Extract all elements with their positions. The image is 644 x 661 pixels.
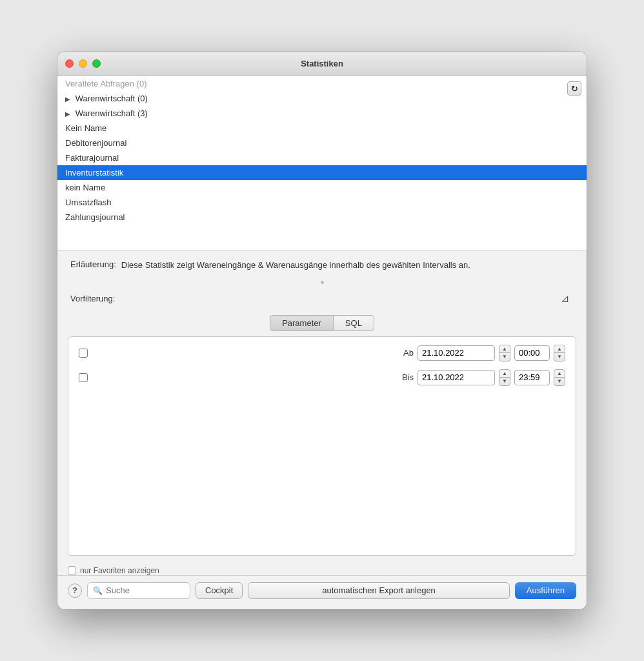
param-row-bis: Bis 21.10.2022 ▲ ▼ 23:59 ▲ ▼ bbox=[79, 369, 565, 386]
time-spinner-ab[interactable]: ▲ ▼ bbox=[554, 345, 565, 361]
filter-icon[interactable]: ⊿ bbox=[556, 292, 574, 306]
list-item-label: Debitorenjournal bbox=[65, 138, 126, 148]
spin-up-bis[interactable]: ▲ bbox=[499, 370, 510, 378]
divider-dot bbox=[321, 281, 324, 284]
param-row-ab: Ab 21.10.2022 ▲ ▼ 00:00 ▲ ▼ bbox=[79, 345, 565, 361]
filter-section: Vorfilterung: ⊿ bbox=[57, 289, 587, 311]
date-input-ab[interactable]: 21.10.2022 bbox=[418, 345, 495, 361]
divider bbox=[57, 278, 587, 289]
list-item[interactable]: Zahlungsjournal bbox=[57, 210, 587, 225]
time-spin-up-bis[interactable]: ▲ bbox=[554, 370, 565, 378]
list-item[interactable]: Fakturajournal bbox=[57, 150, 587, 165]
list-item[interactable]: kein Name bbox=[57, 180, 587, 195]
favorites-checkbox[interactable] bbox=[68, 566, 76, 575]
param-row-ab-inner: Ab 21.10.2022 ▲ ▼ 00:00 ▲ ▼ bbox=[79, 345, 565, 361]
spin-up-ab[interactable]: ▲ bbox=[499, 345, 510, 353]
date-spinner-ab[interactable]: ▲ ▼ bbox=[499, 345, 510, 361]
list-item[interactable]: Umsatzflash bbox=[57, 195, 587, 210]
list-item[interactable]: ▶ Warenwirtschaft (3) bbox=[57, 106, 587, 121]
time-value-bis: 23:59 bbox=[519, 372, 540, 382]
maximize-button[interactable] bbox=[92, 59, 101, 68]
param-row-bis-inner: Bis 21.10.2022 ▲ ▼ 23:59 ▲ ▼ bbox=[79, 369, 565, 386]
param-checkbox-ab[interactable] bbox=[79, 349, 88, 358]
tab-parameter[interactable]: Parameter bbox=[270, 315, 333, 331]
spin-down-bis[interactable]: ▼ bbox=[499, 378, 510, 385]
list-item-label: kein Name bbox=[65, 183, 105, 192]
search-input[interactable] bbox=[106, 585, 185, 595]
favorites-label: nur Favoriten anzeigen bbox=[80, 566, 159, 575]
arrow-icon: ▶ bbox=[65, 110, 70, 117]
list-item[interactable]: Debitorenjournal bbox=[57, 136, 587, 150]
list-item-label: Kein Name bbox=[65, 123, 106, 133]
param-label-ab: Ab bbox=[403, 348, 414, 358]
description-label: Erläuterung: bbox=[70, 259, 116, 269]
favorites-row: nur Favoriten anzeigen bbox=[57, 561, 587, 575]
filter-label: Vorfilterung: bbox=[70, 294, 115, 303]
list-item-label: Warenwirtschaft (0) bbox=[75, 94, 148, 103]
main-window: Statistiken ↻ Veraltete Abfragen (0) ▶ W… bbox=[57, 52, 587, 609]
list-item-label: Veraltete Abfragen (0) bbox=[65, 79, 146, 88]
list-item[interactable]: Kein Name bbox=[57, 121, 587, 136]
statistics-list-section: ↻ Veraltete Abfragen (0) ▶ Warenwirtscha… bbox=[57, 76, 587, 250]
time-input-bis[interactable]: 23:59 bbox=[514, 370, 550, 385]
search-field[interactable]: 🔍 bbox=[87, 582, 190, 599]
param-checkbox-bis[interactable] bbox=[79, 373, 88, 382]
search-icon: 🔍 bbox=[93, 586, 103, 595]
list-item-label: Fakturajournal bbox=[65, 153, 119, 163]
date-value-ab: 21.10.2022 bbox=[422, 348, 464, 358]
run-button[interactable]: Ausführen bbox=[515, 582, 576, 599]
tab-sql[interactable]: SQL bbox=[333, 315, 374, 331]
help-button[interactable]: ? bbox=[68, 584, 82, 598]
description-section: Erläuterung: Diese Statistik zeigt Waren… bbox=[57, 250, 587, 278]
refresh-button[interactable]: ↻ bbox=[567, 81, 581, 96]
parameters-panel: Ab 21.10.2022 ▲ ▼ 00:00 ▲ ▼ bbox=[68, 336, 576, 556]
export-button[interactable]: automatischen Export anlegen bbox=[248, 582, 509, 599]
spin-down-ab[interactable]: ▼ bbox=[499, 353, 510, 361]
list-item-label: Inventurstatistik bbox=[65, 168, 123, 178]
date-spinner-bis[interactable]: ▲ ▼ bbox=[499, 369, 510, 386]
title-bar: Statistiken bbox=[57, 52, 587, 76]
time-spinner-bis[interactable]: ▲ ▼ bbox=[554, 369, 565, 386]
time-value-ab: 00:00 bbox=[519, 348, 540, 358]
param-label-bis: Bis bbox=[402, 372, 414, 382]
list-item[interactable]: ▶ Warenwirtschaft (0) bbox=[57, 91, 587, 106]
description-text: Diese Statistik zeigt Wareneingänge & Wa… bbox=[121, 259, 470, 271]
statistics-list: Veraltete Abfragen (0) ▶ Warenwirtschaft… bbox=[57, 76, 587, 250]
cockpit-button[interactable]: Cockpit bbox=[196, 582, 243, 599]
arrow-icon: ▶ bbox=[65, 96, 70, 103]
list-item-label: Umsatzflash bbox=[65, 198, 112, 207]
close-button[interactable] bbox=[65, 59, 74, 68]
list-item[interactable]: Veraltete Abfragen (0) bbox=[57, 76, 587, 91]
bottom-toolbar: ? 🔍 Cockpit automatischen Export anlegen… bbox=[57, 575, 587, 609]
list-item-label: Warenwirtschaft (3) bbox=[75, 108, 148, 118]
list-item-inventurstatistik[interactable]: Inventurstatistik bbox=[57, 165, 587, 180]
tab-bar: Parameter SQL bbox=[57, 311, 587, 331]
time-spin-down-bis[interactable]: ▼ bbox=[554, 378, 565, 385]
time-spin-down-ab[interactable]: ▼ bbox=[554, 353, 565, 361]
window-title: Statistiken bbox=[301, 59, 343, 68]
traffic-lights bbox=[65, 59, 101, 68]
date-input-bis[interactable]: 21.10.2022 bbox=[418, 370, 495, 385]
minimize-button[interactable] bbox=[79, 59, 87, 68]
time-spin-up-ab[interactable]: ▲ bbox=[554, 345, 565, 353]
list-item-label: Zahlungsjournal bbox=[65, 212, 125, 222]
date-value-bis: 21.10.2022 bbox=[422, 372, 464, 382]
time-input-ab[interactable]: 00:00 bbox=[514, 345, 550, 361]
